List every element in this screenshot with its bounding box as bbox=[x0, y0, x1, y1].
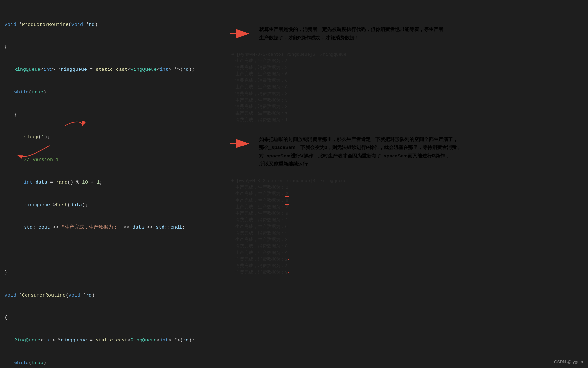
terminal-output-2: ⊙ [wyn@VM-8-2-centos ringqueue]$ ./ringq… bbox=[231, 178, 580, 276]
terminal-output-1: ⊙ [wyn@VM-8-2-centos ringqueue]$ ./ringq… bbox=[231, 51, 580, 124]
terminal-line: 消费完成，消费数据为：2- bbox=[231, 230, 580, 237]
code-block: void *ProductorRoutine(void *rq) { RingQ… bbox=[5, 6, 222, 368]
terminal-line: 生产完成，生产数据为：2 bbox=[231, 204, 580, 211]
annotation-text-1: 就算生产者是慢的，消费者一定先被调度执行代码，但你消费者也只能等着，等生产者 生… bbox=[259, 25, 443, 42]
right-panel: 就算生产者是慢的，消费者一定先被调度执行代码，但你消费者也只能等着，等生产者 生… bbox=[223, 3, 585, 368]
terminal-line: 生产完成，生产数据为：3 bbox=[231, 97, 580, 104]
annotation-row-1: 就算生产者是慢的，消费者一定先被调度执行代码，但你消费者也只能等着，等生产者 生… bbox=[228, 25, 580, 42]
annotation-text-2: 如果把睡眠的时间放到消费者那里，那么生产者肯定一下就把环形队列的空间全部生产满了… bbox=[259, 135, 461, 168]
terminal-line: 生产完成，生产数据为：9 bbox=[231, 250, 580, 256]
terminal-line: 消费完成，消费数据为：1 bbox=[231, 117, 580, 124]
terminal-line: 消费完成，消费数据为：2 bbox=[231, 65, 580, 71]
terminal-line: 消费完成，消费数据为：6 bbox=[231, 78, 580, 84]
arrow-icon-2 bbox=[228, 137, 254, 150]
terminal-line: 生产完成，生产数据为：2 bbox=[231, 58, 580, 64]
terminal-block-1: ⊙ [wyn@VM-8-2-centos ringqueue]$ ./ringq… bbox=[231, 51, 580, 124]
terminal-line: 生产完成，生产数据为：3 bbox=[231, 237, 580, 243]
terminal-line: 生产完成，生产数据为：2 bbox=[231, 191, 580, 197]
terminal-line: 消费完成，消费数据为：9- bbox=[231, 269, 580, 276]
terminal-line: 生产完成，生产数据为：9 bbox=[231, 211, 580, 217]
terminal-prompt-1: ⊙ [wyn@VM-8-2-centos ringqueue]$ ./ringq… bbox=[231, 51, 580, 58]
terminal-line: 消费完成，消费数据为：2- bbox=[231, 256, 580, 263]
terminal-line: 消费完成，消费数据为：2- bbox=[231, 217, 580, 223]
terminal-line: 消费完成，消费数据为：3 bbox=[231, 104, 580, 110]
terminal-line: 生产完成，生产数据为：6 bbox=[231, 224, 580, 230]
arrow-container-1 bbox=[228, 25, 254, 40]
page-container: void *ProductorRoutine(void *rq) { RingQ… bbox=[0, 0, 588, 368]
annotation-row-2: 如果把睡眠的时间放到消费者那里，那么生产者肯定一下就把环形队列的空间全部生产满了… bbox=[228, 135, 580, 168]
terminal-line: 生产完成，生产数据为：2 bbox=[231, 184, 580, 191]
terminal-prompt-2: ⊙ [wyn@VM-8-2-centos ringqueue]$ ./ringq… bbox=[231, 178, 580, 184]
left-panel: void *ProductorRoutine(void *rq) { RingQ… bbox=[3, 3, 223, 368]
terminal-line: 消费完成，消费数据为：8 bbox=[231, 91, 580, 97]
arrow-container-2 bbox=[228, 135, 254, 150]
terminal-line: 消费完成，消费数据为：2 bbox=[231, 263, 580, 269]
terminal-line: 生产完成，生产数据为：6 bbox=[231, 71, 580, 78]
terminal-line: 消费完成，消费数据为：8- bbox=[231, 243, 580, 250]
terminal-line: 生产完成，生产数据为：8 bbox=[231, 198, 580, 204]
terminal-block-2: ⊙ [wyn@VM-8-2-centos ringqueue]$ ./ringq… bbox=[231, 178, 580, 276]
arrow-icon-1 bbox=[228, 27, 254, 40]
terminal-line: 生产完成，生产数据为：8 bbox=[231, 84, 580, 91]
annotation-block-2: 如果把睡眠的时间放到消费者那里，那么生产者肯定一下就把环形队列的空间全部生产满了… bbox=[259, 135, 461, 168]
watermark: CSDN @rygtim bbox=[554, 359, 583, 364]
terminal-line: 生产完成，生产数据为：1 bbox=[231, 110, 580, 117]
annotation-block-1: 就算生产者是慢的，消费者一定先被调度执行代码，但你消费者也只能等着，等生产者 生… bbox=[259, 25, 443, 42]
